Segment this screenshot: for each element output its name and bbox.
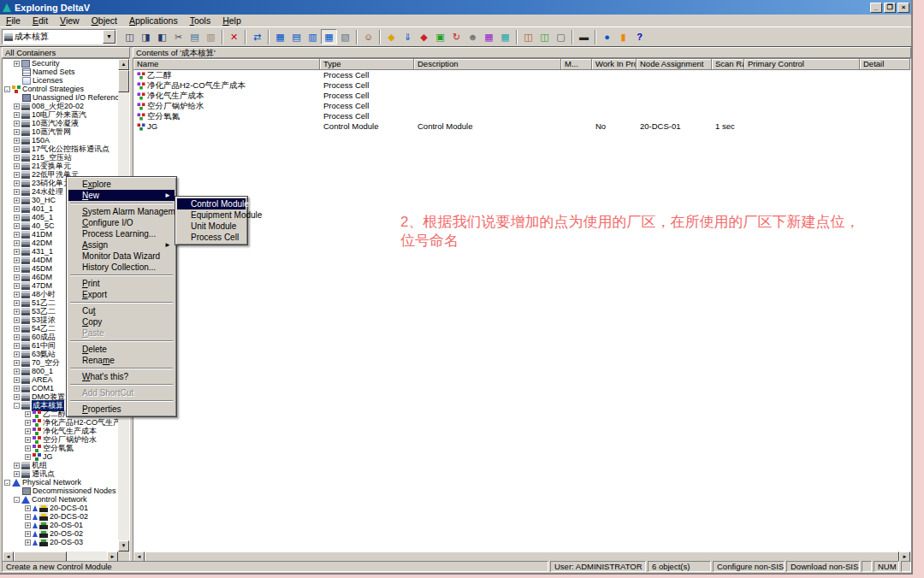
expand-plus-icon[interactable]: + — [14, 232, 20, 238]
tree-item[interactable]: +20-DCS-02 — [3, 512, 118, 521]
explore-icon[interactable]: ◫ — [121, 29, 138, 44]
menu-item-configure-i-o[interactable]: Configure I/O — [68, 217, 175, 228]
menubar-item-tools[interactable]: Tools — [184, 15, 217, 26]
assign-flag-icon[interactable]: ◆ — [416, 29, 432, 44]
menu-item-monitor-data-wizard[interactable]: Monitor Data Wizard — [68, 251, 175, 262]
tree-item[interactable]: -Control Strategies — [3, 85, 118, 93]
expand-plus-icon[interactable]: + — [14, 283, 20, 289]
menu-item-print[interactable]: Print — [68, 278, 175, 289]
operator-icon[interactable]: ☻ — [465, 29, 481, 44]
menu-item-delete[interactable]: Delete — [68, 344, 175, 355]
expand-plus-icon[interactable]: + — [14, 163, 20, 169]
expand-plus-icon[interactable]: + — [14, 471, 20, 477]
table-row[interactable]: 空分氧氮Process Cell — [133, 111, 910, 121]
collapse-minus-icon[interactable]: - — [4, 86, 10, 92]
menu-item-what-s-this-[interactable]: What's this? — [68, 371, 175, 382]
parameter-table-icon[interactable]: ▦ — [497, 29, 513, 44]
menu-item-explore[interactable]: Explore — [68, 179, 175, 190]
expand-plus-icon[interactable]: + — [25, 531, 31, 537]
column-header-primarycontrol[interactable]: Primary Control — [744, 59, 860, 70]
column-header-detail[interactable]: Detail — [860, 59, 910, 70]
tree-item[interactable]: +Security — [3, 59, 118, 68]
column-header-description[interactable]: Description — [414, 59, 561, 70]
minimize-button[interactable]: _ — [870, 3, 882, 13]
expand-plus-icon[interactable]: + — [25, 428, 31, 434]
column-header-name[interactable]: Name — [133, 59, 320, 70]
download-icon[interactable]: ⇓ — [400, 29, 416, 44]
trend-chart-icon[interactable]: ◫ — [536, 29, 553, 44]
preview-icon[interactable]: ▧ — [337, 29, 353, 44]
collapse-minus-icon[interactable]: - — [14, 497, 20, 503]
tree-item[interactable]: Licenses — [3, 76, 118, 85]
menu-item-assign[interactable]: Assign► — [68, 239, 175, 251]
menubar-item-view[interactable]: View — [54, 15, 86, 26]
expand-plus-icon[interactable]: + — [14, 206, 20, 212]
tree-item[interactable]: +机组 — [3, 461, 118, 469]
tree-item[interactable]: +空分氧氮 — [3, 444, 118, 452]
expand-plus-icon[interactable]: + — [14, 369, 20, 375]
tree-item[interactable]: +通讯点 — [3, 469, 118, 478]
restore-button[interactable]: ❐ — [884, 3, 896, 13]
refresh-icon[interactable]: ⇄ — [249, 29, 265, 44]
expand-plus-icon[interactable]: + — [14, 292, 20, 298]
expand-plus-icon[interactable]: + — [14, 386, 20, 392]
expand-plus-icon[interactable]: + — [14, 240, 20, 246]
expand-plus-icon[interactable]: + — [25, 437, 31, 443]
diagnostics-monitor-icon[interactable]: ▢ — [553, 29, 569, 44]
menubar-item-file[interactable]: File — [0, 15, 27, 26]
table-row[interactable]: 净化产品H2-CO气生产成本Process Cell — [133, 80, 910, 91]
expand-plus-icon[interactable]: + — [14, 317, 20, 323]
combobox-dropdown-arrow-icon[interactable]: ▼ — [103, 30, 116, 44]
table-row[interactable]: 乙二醇Process Cell — [133, 70, 910, 80]
expand-plus-icon[interactable]: + — [14, 103, 20, 109]
menu-item-system-alarm-management[interactable]: System Alarm Management — [68, 206, 175, 217]
menu-item-control-module[interactable]: Control Module — [177, 198, 246, 209]
list-view-icon[interactable]: ▥ — [305, 29, 321, 44]
collapse-minus-icon[interactable]: - — [4, 480, 10, 486]
expand-plus-icon[interactable]: + — [14, 189, 20, 195]
tree-item[interactable]: +10蒸汽管网 — [3, 127, 118, 136]
expand-plus-icon[interactable]: + — [14, 343, 20, 349]
table-row[interactable]: JGControl ModuleControl ModuleNo20-DCS-0… — [133, 121, 910, 132]
expand-plus-icon[interactable]: + — [14, 274, 20, 280]
expand-plus-icon[interactable]: + — [14, 394, 20, 400]
context-help-icon[interactable]: ? — [631, 29, 648, 44]
menu-item-cut[interactable]: Cut — [68, 305, 175, 316]
menu-item-properties[interactable]: Properties — [68, 404, 175, 415]
menu-item-rename[interactable]: Rename — [68, 355, 175, 366]
tree-item[interactable]: +20-DCS-01 — [3, 504, 118, 512]
history-chart-icon[interactable]: ◫ — [520, 29, 536, 44]
table-row[interactable]: 净化气生产成本Process Cell — [133, 91, 910, 101]
expand-plus-icon[interactable]: + — [14, 129, 20, 135]
menu-item-process-learning-[interactable]: Process Learning... — [68, 228, 175, 239]
expand-plus-icon[interactable]: + — [14, 249, 20, 255]
column-header-type[interactable]: Type — [320, 59, 414, 70]
expand-plus-icon[interactable]: + — [14, 257, 20, 263]
expand-plus-icon[interactable]: + — [14, 215, 20, 221]
expand-plus-icon[interactable]: + — [25, 411, 31, 417]
details-view-icon[interactable]: ▦ — [321, 29, 337, 44]
close-button[interactable]: × — [897, 3, 909, 13]
expand-plus-icon[interactable]: + — [14, 180, 20, 186]
web-icon[interactable]: ● — [599, 29, 615, 44]
find-next-icon[interactable]: ◧ — [154, 29, 170, 44]
menu-item-new[interactable]: New► — [68, 190, 175, 201]
expand-plus-icon[interactable]: + — [25, 514, 31, 520]
large-icons-view-icon[interactable]: ▦ — [272, 29, 288, 44]
expand-plus-icon[interactable]: + — [14, 300, 20, 306]
scroll-down-icon[interactable]: ▼ — [118, 540, 129, 551]
module-table-icon[interactable]: ▦ — [481, 29, 497, 44]
expand-plus-icon[interactable]: + — [14, 326, 20, 332]
delete-icon[interactable]: ✕ — [226, 29, 242, 44]
expand-plus-icon[interactable]: + — [14, 377, 20, 383]
menu-item-equipment-module[interactable]: Equipment Module — [177, 209, 246, 221]
books-online-icon[interactable]: ▮ — [615, 29, 631, 44]
tree-item[interactable]: +20-OS-02 — [3, 529, 118, 538]
menu-item-process-cell[interactable]: Process Cell — [177, 232, 246, 243]
context-selector-combobox[interactable]: 成本核算 ▼ — [2, 29, 116, 44]
paste-icon[interactable]: ▥ — [203, 29, 219, 44]
menubar-item-help[interactable]: Help — [216, 15, 247, 26]
cut-icon[interactable]: ✂ — [170, 29, 187, 44]
column-header-nodeassignment[interactable]: Node Assignment — [637, 59, 712, 70]
expand-plus-icon[interactable]: + — [14, 146, 20, 152]
